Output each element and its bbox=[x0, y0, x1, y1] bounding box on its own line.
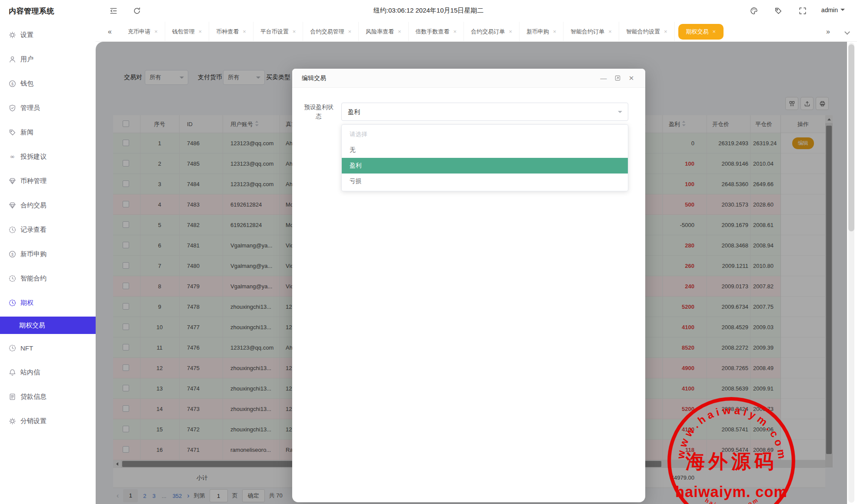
tab-10[interactable]: 智能合约设置× bbox=[619, 22, 675, 42]
sidebar-item-label: 分销设置 bbox=[20, 417, 47, 425]
sidebar-item-label: 新闻 bbox=[20, 128, 33, 137]
sidebar-item-label: 站内信 bbox=[20, 368, 40, 377]
tab-label: 风险率查看 bbox=[366, 28, 394, 35]
tab-7[interactable]: 合约交易订单× bbox=[464, 22, 520, 42]
dialog-header: 编辑交易 — ✕ bbox=[292, 69, 645, 88]
profit-status-select[interactable]: 盈利 bbox=[341, 103, 628, 121]
sidebar-item-label: 用户 bbox=[20, 55, 33, 63]
tab-close-icon[interactable]: × bbox=[509, 28, 512, 35]
dropdown-option-2[interactable]: 盈利 bbox=[342, 158, 628, 174]
coin-icon: $ bbox=[9, 250, 16, 258]
tab-close-icon[interactable]: × bbox=[553, 28, 557, 35]
tab-close-icon[interactable]: × bbox=[398, 28, 401, 35]
fullscreen-icon[interactable] bbox=[799, 7, 807, 15]
sidebar-item-label: 记录查看 bbox=[20, 226, 47, 234]
tab-bar: « 充币申请×钱包管理×币种查看×平台币设置×合约交易管理×风险率查看×倍数手数… bbox=[96, 22, 857, 42]
tag-icon[interactable] bbox=[774, 7, 782, 15]
gem-icon bbox=[9, 177, 16, 185]
chevron-down-icon bbox=[618, 111, 622, 115]
sidebar-item-5[interactable]: ∞投拆建议 bbox=[0, 144, 96, 169]
sidebar-item-label: 管理员 bbox=[20, 104, 40, 112]
tab-close-icon[interactable]: × bbox=[243, 28, 246, 35]
tab-4[interactable]: 合约交易管理× bbox=[303, 22, 359, 42]
user-icon bbox=[9, 56, 16, 63]
tab-label: 合约交易管理 bbox=[310, 28, 344, 35]
sidebar-subitem-label: 期权交易 bbox=[19, 321, 45, 330]
palette-icon[interactable] bbox=[750, 7, 758, 15]
tab-close-icon[interactable]: × bbox=[199, 28, 202, 35]
maximize-icon[interactable] bbox=[613, 74, 622, 83]
tab-0[interactable]: 充币申请× bbox=[121, 22, 165, 42]
bell-icon bbox=[9, 369, 16, 376]
tab-label: 充币申请 bbox=[128, 28, 150, 35]
sidebar-subitem[interactable]: 期权交易 bbox=[0, 317, 96, 334]
tab-label: 期权交易 bbox=[686, 28, 709, 35]
tab-label: 倍数手数查看 bbox=[416, 28, 450, 35]
tabs-chevron-down-icon[interactable] bbox=[845, 22, 849, 42]
sidebar-item-13[interactable]: 站内信 bbox=[0, 360, 96, 384]
tab-6[interactable]: 倍数手数查看× bbox=[409, 22, 464, 42]
tabs-scroll-left-icon[interactable]: « bbox=[108, 22, 112, 42]
tab-close-icon[interactable]: × bbox=[608, 28, 612, 35]
tab-9[interactable]: 智能合约订单× bbox=[564, 22, 619, 42]
field-label: 预设盈利状态 bbox=[300, 103, 337, 121]
admin-menu[interactable]: admin bbox=[821, 7, 845, 13]
tabs-scroll-right-icon[interactable]: » bbox=[826, 22, 830, 42]
tab-close-icon[interactable]: × bbox=[348, 28, 351, 35]
dropdown-option-0[interactable]: 请选择 bbox=[342, 127, 628, 142]
tab-label: 钱包管理 bbox=[172, 28, 195, 35]
clock-icon bbox=[9, 226, 16, 234]
sidebar-item-2[interactable]: $钱包 bbox=[0, 71, 96, 96]
sidebar-item-4[interactable]: 新闻 bbox=[0, 120, 96, 144]
gear-icon bbox=[9, 31, 16, 39]
clock-text: 纽约:03:06:12 2024年10月15日星期二 bbox=[0, 7, 857, 15]
tab-5[interactable]: 风险率查看× bbox=[359, 22, 409, 42]
sidebar-item-label: 新币申购 bbox=[20, 250, 47, 258]
dropdown-option-1[interactable]: 无 bbox=[342, 142, 628, 158]
sidebar-item-0[interactable]: 设置 bbox=[0, 23, 96, 47]
sidebar-item-label: 期权 bbox=[20, 299, 33, 307]
close-icon[interactable]: ✕ bbox=[627, 74, 636, 83]
tab-close-icon[interactable]: × bbox=[454, 28, 457, 35]
sidebar-item-label: 智能合约 bbox=[20, 274, 47, 283]
select-value: 盈利 bbox=[348, 108, 360, 115]
tab-label: 智能合约订单 bbox=[570, 28, 604, 35]
gear-icon bbox=[9, 417, 16, 425]
tab-close-icon[interactable]: × bbox=[713, 28, 716, 35]
tab-8[interactable]: 新币申购× bbox=[520, 22, 564, 42]
sidebar-item-15[interactable]: 分销设置 bbox=[0, 409, 96, 433]
sidebar-item-label: 贷款信息 bbox=[20, 393, 47, 401]
sidebar-item-8[interactable]: 记录查看 bbox=[0, 217, 96, 242]
page-scrollbar-thumb[interactable] bbox=[848, 44, 854, 231]
tab-close-icon[interactable]: × bbox=[293, 28, 296, 35]
sidebar-item-label: NFT bbox=[20, 344, 33, 352]
dropdown-option-3[interactable]: 亏损 bbox=[342, 174, 628, 189]
sidebar-item-12[interactable]: NFT bbox=[0, 336, 96, 360]
tab-close-icon[interactable]: × bbox=[664, 28, 667, 35]
minimize-icon[interactable]: — bbox=[599, 74, 608, 83]
sidebar-item-1[interactable]: 用户 bbox=[0, 47, 96, 71]
admin-label: admin bbox=[821, 7, 838, 13]
shield-icon bbox=[9, 104, 16, 112]
sidebar-item-11[interactable]: 期权 bbox=[0, 290, 96, 315]
tab-close-icon[interactable]: × bbox=[154, 28, 158, 35]
svg-text:$: $ bbox=[11, 252, 13, 256]
sidebar-item-label: 钱包 bbox=[20, 80, 33, 88]
tab-3[interactable]: 平台币设置× bbox=[253, 22, 303, 42]
sidebar-item-10[interactable]: 智能合约 bbox=[0, 266, 96, 290]
sidebar-item-3[interactable]: 管理员 bbox=[0, 96, 96, 120]
sidebar-item-6[interactable]: 币种管理 bbox=[0, 169, 96, 193]
tab-label: 合约交易订单 bbox=[471, 28, 505, 35]
sidebar-item-9[interactable]: $新币申购 bbox=[0, 242, 96, 266]
top-bar: 内容管理系统 纽约:03:06:12 2024年10月15日星期二 admin bbox=[0, 0, 857, 22]
sidebar-item-label: 投拆建议 bbox=[20, 153, 47, 161]
tab-2[interactable]: 币种查看× bbox=[209, 22, 253, 42]
sidebar-item-7[interactable]: 合约交易 bbox=[0, 193, 96, 217]
tab-1[interactable]: 钱包管理× bbox=[165, 22, 210, 42]
tag-icon bbox=[9, 129, 16, 136]
clock-icon bbox=[9, 275, 16, 282]
page-scrollbar[interactable] bbox=[847, 42, 857, 504]
sidebar-item-14[interactable]: 贷款信息 bbox=[0, 384, 96, 409]
svg-text:$: $ bbox=[11, 81, 13, 86]
tab-11[interactable]: 期权交易× bbox=[678, 24, 724, 40]
